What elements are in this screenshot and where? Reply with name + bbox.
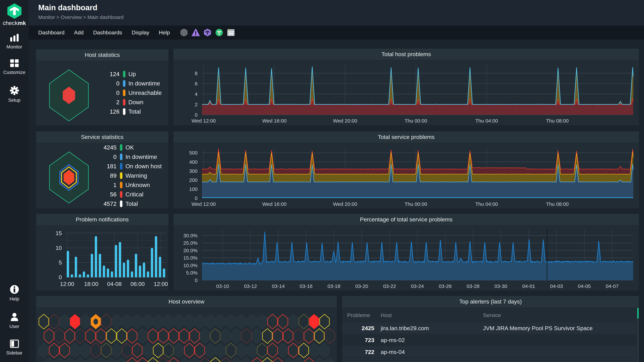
host-hexagon[interactable]	[320, 343, 330, 358]
host-hexagon[interactable]	[158, 358, 168, 362]
host-hexagon[interactable]	[190, 329, 200, 344]
sidebar-item-monitor[interactable]: Monitor	[0, 33, 29, 50]
service-state-hexagon[interactable]	[47, 151, 91, 205]
host-hexagon[interactable]	[231, 358, 241, 362]
host-hexagon[interactable]	[112, 343, 122, 358]
host-hexagon[interactable]	[49, 343, 59, 358]
host-hexagon[interactable]	[174, 343, 184, 358]
host-hexagon[interactable]	[49, 314, 59, 329]
host-hexagon[interactable]	[60, 314, 70, 329]
service-name[interactable]: JVM JIRA Memory Pool PS Survivor Space	[483, 325, 593, 332]
sidebar-item-help[interactable]: Help	[0, 285, 29, 302]
host-hexagon[interactable]	[205, 314, 215, 329]
host-hexagon[interactable]	[138, 358, 148, 362]
table-row[interactable]: 2425jira.lan.tribe29.comJVM JIRA Memory …	[342, 323, 636, 334]
host-hexagon[interactable]	[117, 358, 126, 362]
host-hexagon[interactable]	[179, 358, 189, 362]
host-hexagon[interactable]	[101, 343, 111, 358]
checkmk-hexagon-icon[interactable]	[204, 28, 212, 36]
host-hexagon[interactable]	[320, 314, 330, 329]
host-hexagon[interactable]	[252, 329, 262, 344]
host-hexagon[interactable]	[86, 329, 96, 344]
host-hexagon[interactable]	[143, 314, 152, 329]
host-hexagon[interactable]	[273, 329, 282, 344]
host-hexagon[interactable]	[231, 329, 241, 344]
host-hexagon[interactable]	[283, 358, 293, 362]
host-hexagon[interactable]	[54, 358, 64, 362]
checkmk-logo[interactable]	[0, 3, 29, 20]
host-hexagon[interactable]	[91, 343, 100, 358]
host-hexagon[interactable]	[278, 314, 288, 329]
menu-dashboard[interactable]: Dashboard	[38, 29, 64, 36]
host-hexagon[interactable]	[112, 314, 122, 329]
host-hexagon[interactable]	[195, 343, 204, 358]
host-hexagon[interactable]	[169, 358, 178, 362]
scrollbar-thumb[interactable]	[637, 308, 639, 319]
host-hexagon[interactable]	[200, 329, 210, 344]
host-hexagon[interactable]	[325, 358, 334, 362]
host-hexagon[interactable]	[138, 329, 148, 344]
host-name[interactable]: ap-ms-04	[381, 349, 405, 355]
host-hexagon[interactable]	[75, 358, 85, 362]
host-hexagon[interactable]	[309, 343, 319, 358]
host-name[interactable]: ap-ms-02	[381, 337, 405, 344]
host-hexagon[interactable]	[268, 314, 278, 329]
host-hexagon[interactable]	[314, 329, 324, 344]
warning-triangle-icon[interactable]	[192, 28, 200, 36]
host-hexagon[interactable]	[169, 329, 178, 344]
host-hexagon[interactable]	[294, 358, 304, 362]
host-hexagon[interactable]	[221, 329, 230, 344]
table-row[interactable]: 723ap-ms-02	[342, 335, 636, 346]
window-icon[interactable]	[227, 28, 235, 36]
host-hexagon[interactable]	[101, 314, 111, 329]
menu-dashboards[interactable]: Dashboards	[93, 29, 122, 36]
host-hexagon[interactable]	[195, 314, 204, 329]
host-hexagon[interactable]	[242, 358, 252, 362]
host-hexagon[interactable]	[44, 329, 54, 344]
host-hexagon[interactable]	[299, 314, 308, 329]
host-hexagon[interactable]	[65, 358, 75, 362]
host-hexagon[interactable]	[236, 343, 246, 358]
host-hexagon[interactable]	[210, 358, 220, 362]
table-row[interactable]: 722ap-ms-04	[342, 347, 636, 358]
host-hexagon[interactable]	[96, 358, 106, 362]
host-hexagon[interactable]	[216, 314, 226, 329]
host-hexagon[interactable]	[190, 358, 200, 362]
host-hexagon[interactable]	[210, 329, 220, 344]
host-hexagon[interactable]	[221, 358, 230, 362]
host-hexagon[interactable]	[39, 343, 49, 358]
menu-display[interactable]: Display	[132, 29, 149, 36]
host-hexagon[interactable]	[288, 343, 298, 358]
column-header-service[interactable]: Service	[483, 312, 501, 319]
sidebar-item-user[interactable]: User	[0, 313, 29, 329]
host-hexagon[interactable]	[288, 314, 298, 329]
host-hexagon[interactable]	[226, 314, 236, 329]
globe-icon[interactable]	[180, 28, 188, 36]
host-hexagon[interactable]	[70, 314, 80, 329]
host-state-hexagon[interactable]	[47, 69, 91, 122]
host-hexagon[interactable]	[122, 314, 132, 329]
host-hexagon[interactable]	[164, 314, 174, 329]
host-hexagon[interactable]	[257, 314, 267, 329]
host-hexagon[interactable]	[127, 358, 137, 362]
host-hexagon[interactable]	[325, 329, 334, 344]
host-hexagon[interactable]	[80, 314, 90, 329]
host-hexagon[interactable]	[148, 329, 158, 344]
host-hexagon[interactable]	[242, 329, 252, 344]
host-hexagon[interactable]	[117, 329, 126, 344]
host-hexagon[interactable]	[179, 329, 189, 344]
host-hexagon[interactable]	[283, 329, 293, 344]
host-hexagon[interactable]	[304, 358, 314, 362]
host-hexagon[interactable]	[39, 314, 49, 329]
host-hexagon[interactable]	[54, 329, 64, 344]
host-hexagon[interactable]	[314, 358, 324, 362]
host-hexagon[interactable]	[273, 358, 282, 362]
host-hexagon[interactable]	[44, 358, 54, 362]
host-hexagon[interactable]	[268, 343, 278, 358]
host-hexagon[interactable]	[247, 314, 256, 329]
host-hexagon[interactable]	[132, 343, 142, 358]
host-hexagon[interactable]	[70, 343, 80, 358]
host-hexagon[interactable]	[262, 358, 272, 362]
host-hexagon[interactable]	[106, 358, 116, 362]
host-hexagon[interactable]	[86, 358, 96, 362]
